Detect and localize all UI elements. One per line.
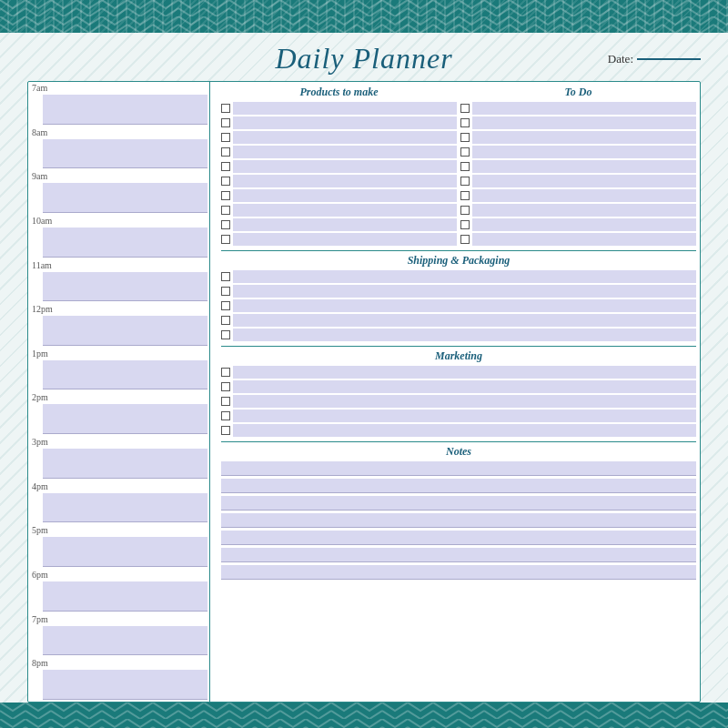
checkbox[interactable] <box>221 426 230 435</box>
checkbox[interactable] <box>221 382 230 391</box>
checkbox[interactable] <box>221 316 230 325</box>
checkbox-row <box>221 116 457 129</box>
time-slot-content[interactable] <box>43 183 207 213</box>
svg-rect-1 <box>0 0 728 33</box>
checkbox[interactable] <box>460 133 470 142</box>
checkbox[interactable] <box>460 191 470 200</box>
todo-title: To Do <box>460 86 696 99</box>
time-slot-1pm: 1pm <box>28 348 209 392</box>
time-label: 3pm <box>28 436 209 449</box>
checkbox-line[interactable] <box>233 314 696 327</box>
checkbox-line[interactable] <box>472 233 696 246</box>
checkbox-line[interactable] <box>233 424 696 437</box>
checkbox[interactable] <box>221 147 230 157</box>
time-slot-content[interactable] <box>43 360 207 390</box>
time-slot-11am: 11am <box>28 259 209 304</box>
time-slot-content[interactable] <box>43 537 207 567</box>
checkbox[interactable] <box>221 162 230 171</box>
checkbox[interactable] <box>221 272 230 281</box>
checkbox-line[interactable] <box>233 102 457 115</box>
checkbox[interactable] <box>221 287 230 296</box>
todo-section: To Do <box>460 86 696 246</box>
checkbox-line[interactable] <box>233 366 696 379</box>
checkbox-line[interactable] <box>233 380 696 393</box>
checkbox[interactable] <box>221 235 230 244</box>
checkbox-row <box>460 218 696 231</box>
checkbox[interactable] <box>221 220 230 229</box>
checkbox-line[interactable] <box>233 233 457 246</box>
checkbox[interactable] <box>221 104 230 113</box>
time-slot-content[interactable] <box>43 493 207 523</box>
time-slot-content[interactable] <box>43 626 207 656</box>
checkbox[interactable] <box>221 330 230 339</box>
checkbox-line[interactable] <box>233 131 457 144</box>
checkbox-line[interactable] <box>472 116 696 129</box>
checkbox-line[interactable] <box>233 410 696 422</box>
checkbox-line[interactable] <box>233 175 457 187</box>
checkbox[interactable] <box>221 397 230 406</box>
checkbox-line[interactable] <box>233 189 457 202</box>
notes-line[interactable] <box>221 479 696 493</box>
checkbox-line[interactable] <box>472 189 696 202</box>
checkbox-line[interactable] <box>472 204 696 217</box>
checkbox-line[interactable] <box>472 160 696 173</box>
time-slot-5pm: 5pm <box>28 524 209 569</box>
time-slot-2pm: 2pm <box>28 391 209 436</box>
time-slot-content[interactable] <box>43 139 207 169</box>
checkbox-line[interactable] <box>472 175 696 187</box>
checkbox[interactable] <box>221 177 230 186</box>
time-slot-content[interactable] <box>43 272 207 302</box>
notes-line[interactable] <box>221 496 696 511</box>
checkbox-line[interactable] <box>472 218 696 231</box>
checkbox-row <box>221 102 457 115</box>
checkbox[interactable] <box>221 118 230 127</box>
time-slot-content[interactable] <box>43 404 207 434</box>
checkbox[interactable] <box>460 118 470 127</box>
time-slot-6pm: 6pm <box>28 569 209 613</box>
checkbox[interactable] <box>460 235 470 244</box>
checkbox-line[interactable] <box>472 146 696 158</box>
checkbox-row <box>221 218 457 231</box>
notes-line[interactable] <box>221 565 696 580</box>
notes-line[interactable] <box>221 548 696 562</box>
checkbox[interactable] <box>460 162 470 171</box>
checkbox[interactable] <box>460 206 470 215</box>
checkbox-line[interactable] <box>233 299 696 312</box>
checkbox-line[interactable] <box>233 218 457 231</box>
checkbox-line[interactable] <box>233 204 457 217</box>
checkbox-row <box>221 160 457 173</box>
checkbox-line[interactable] <box>233 146 457 158</box>
date-label: Date: <box>608 52 633 66</box>
checkbox[interactable] <box>460 104 470 113</box>
checkbox[interactable] <box>221 411 230 420</box>
checkbox-line[interactable] <box>472 131 696 144</box>
checkbox[interactable] <box>221 301 230 310</box>
checkbox[interactable] <box>221 191 230 200</box>
notes-line[interactable] <box>221 531 696 545</box>
checkbox[interactable] <box>460 147 470 157</box>
notes-line[interactable] <box>221 461 696 476</box>
time-slot-content[interactable] <box>43 95 207 125</box>
checkbox-line[interactable] <box>233 270 696 283</box>
checkbox-line[interactable] <box>233 395 696 408</box>
checkbox[interactable] <box>460 220 470 229</box>
checkbox[interactable] <box>460 177 470 186</box>
svg-rect-0 <box>0 0 728 33</box>
checkbox-line[interactable] <box>472 102 696 115</box>
time-slot-content[interactable] <box>43 316 207 346</box>
time-slot-content[interactable] <box>43 228 207 258</box>
checkbox[interactable] <box>221 368 230 377</box>
notes-line[interactable] <box>221 513 696 528</box>
checkbox-line[interactable] <box>233 285 696 298</box>
time-slot-content[interactable] <box>43 670 207 700</box>
checkbox-line[interactable] <box>233 116 457 129</box>
checkbox[interactable] <box>221 206 230 215</box>
checkbox-row <box>460 204 696 217</box>
checkbox[interactable] <box>221 133 230 142</box>
title-row: Daily Planner Date: <box>27 33 701 81</box>
checkbox-line[interactable] <box>233 329 696 341</box>
time-slot-content[interactable] <box>43 449 207 479</box>
svg-rect-3 <box>0 703 728 728</box>
time-slot-content[interactable] <box>43 581 207 612</box>
checkbox-line[interactable] <box>233 160 457 173</box>
